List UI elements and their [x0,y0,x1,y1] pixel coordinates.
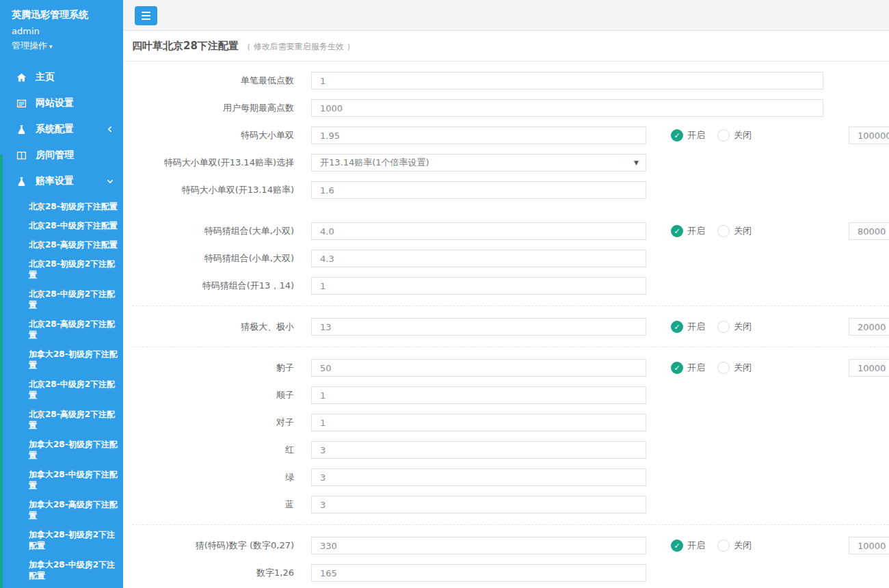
field-label: 特码大小单双 [132,126,294,144]
sidebar-item-赔率设置[interactable]: 赔率设置 [0,168,123,194]
page-subtitle: （ 修改后需要重启服务生效 ） [243,42,355,51]
home-icon [16,72,27,83]
logged-in-user: admin [0,21,123,36]
form-row: 对子 [132,414,889,431]
field-input[interactable] [311,564,646,582]
radio-on-checked-icon[interactable]: ✓ [671,362,683,374]
chevron-down-icon [107,178,114,185]
field-input[interactable] [311,72,823,90]
user-actions-dropdown[interactable]: 管理操作▾ [0,36,123,52]
enable-toggle: ✓开启关闭 [671,362,752,374]
radio-on-checked-icon[interactable]: ✓ [671,539,683,552]
sidebar: 英腾迅彩管理系统 admin 管理操作▾ 主页网站设置系统配置房间管理赔率设置 … [0,0,123,588]
field-input[interactable] [311,222,646,240]
form-row: 猜极大、极小✓开启关闭 [132,318,889,336]
toggle-on-label: 开启 [687,129,705,142]
field-input[interactable] [311,496,646,513]
submenu-item[interactable]: 加拿大28-初级房下注配置 [0,435,123,465]
limit-input[interactable] [849,318,889,336]
radio-on-checked-icon[interactable]: ✓ [671,225,683,237]
field-input[interactable] [311,99,823,117]
field-label: 用户每期最高点数 [132,99,294,117]
submenu-item[interactable]: 北京28-高级房2下注配置 [0,405,123,435]
submenu-item[interactable]: 加拿大28-初级房2下注配置 [0,525,123,555]
limit-input[interactable] [849,359,889,377]
toggle-off-label: 关闭 [734,321,752,333]
sidebar-nav: 主页网站设置系统配置房间管理赔率设置 [0,64,123,194]
columns-icon [16,150,27,161]
submenu-item[interactable]: 加拿大28-中级房下注配置 [0,465,123,495]
active-section-indicator [0,155,3,588]
dashed-separator [132,524,889,525]
radio-off-icon[interactable] [717,225,730,237]
field-input[interactable] [311,386,646,404]
site-icon [16,98,27,109]
field-label: 蓝 [132,496,294,513]
enable-toggle: ✓开启关闭 [671,321,752,333]
submenu-item[interactable]: 加拿大28-高级房下注配置 [0,495,123,525]
dashed-separator [132,347,889,347]
field-label: 特码猜组合(开13，14) [132,277,294,295]
hamburger-menu-button[interactable] [135,6,157,25]
limit-input[interactable] [849,537,889,554]
submenu-item[interactable]: 北京28-高级房2下注配置 [0,315,123,345]
odds-mode-select[interactable]: 开13.14赔率(1个倍率设置)▼ [311,154,646,172]
submenu-item[interactable]: 北京28-中级房下注配置 [0,216,123,235]
submenu-item[interactable]: 北京28-高级房下注配置 [0,235,123,254]
sidebar-item-房间管理[interactable]: 房间管理 [0,142,123,168]
field-input[interactable] [311,441,646,459]
field-input[interactable] [311,126,646,144]
config-form: 单笔最低点数用户每期最高点数特码大小单双✓开启关闭特码大小单双(开13.14赔率… [123,62,889,588]
field-input[interactable] [311,181,646,199]
submenu-item[interactable]: 加拿大28-高级房2下注配置 [0,585,123,588]
radio-on-checked-icon[interactable]: ✓ [671,129,683,142]
limit-input[interactable] [849,126,889,144]
radio-off-icon[interactable] [717,129,730,142]
field-input[interactable] [311,318,646,336]
dashed-separator [132,306,889,306]
limit-input[interactable] [849,222,889,240]
toggle-off-label: 关闭 [734,539,752,552]
field-label: 数字1,26 [132,564,294,582]
page-title: 四叶草北京28下注配置 [132,40,239,52]
sidebar-item-主页[interactable]: 主页 [0,64,123,90]
toggle-on-label: 开启 [687,362,705,374]
form-row: 特码大小单双✓开启关闭 [132,126,889,144]
submenu-item[interactable]: 北京28-初级房2下注配置 [0,254,123,284]
field-label: 豹子 [132,359,294,377]
radio-off-icon[interactable] [717,362,730,374]
submenu-item[interactable]: 北京28-中级房2下注配置 [0,284,123,315]
submenu-item[interactable]: 北京28-初级房下注配置 [0,197,123,216]
toggle-on-label: 开启 [687,539,705,552]
page-header: 四叶草北京28下注配置 （ 修改后需要重启服务生效 ） [123,31,889,62]
form-row: 豹子✓开启关闭 [132,359,889,377]
caret-down-icon: ▾ [49,43,53,50]
form-row: 特码大小单双(开13.14赔率) [132,181,889,199]
form-row: 蓝 [132,496,889,513]
form-row: 猜(特码)数字 (数字0,27)✓开启关闭 [132,537,889,554]
sidebar-item-系统配置[interactable]: 系统配置 [0,116,123,142]
field-label: 特码大小单双(开13.14赔率)选择 [132,154,294,172]
radio-on-checked-icon[interactable]: ✓ [671,321,683,333]
field-input[interactable] [311,359,646,377]
field-input[interactable] [311,277,646,295]
sidebar-submenu: 北京28-初级房下注配置北京28-中级房下注配置北京28-高级房下注配置北京28… [0,197,123,588]
field-label: 特码猜组合(大单,小双) [132,222,294,240]
field-label: 对子 [132,414,294,431]
field-input[interactable] [311,414,646,431]
chevron-left-icon [107,126,114,133]
field-input[interactable] [311,537,646,554]
field-label: 猜(特码)数字 (数字0,27) [132,537,294,554]
submenu-item[interactable]: 北京28-中级房2下注配置 [0,375,123,405]
field-input[interactable] [311,250,646,267]
sidebar-item-网站设置[interactable]: 网站设置 [0,90,123,116]
field-input[interactable] [311,468,646,486]
radio-off-icon[interactable] [717,321,730,333]
radio-off-icon[interactable] [717,539,730,552]
submenu-item[interactable]: 加拿大28-中级房2下注配置 [0,555,123,585]
form-row: 绿 [132,468,889,486]
submenu-item[interactable]: 加拿大28-初级房下注配置 [0,345,123,375]
enable-toggle: ✓开启关闭 [671,129,752,142]
user-actions-label: 管理操作 [12,40,47,51]
form-row: 单笔最低点数 [132,72,889,90]
